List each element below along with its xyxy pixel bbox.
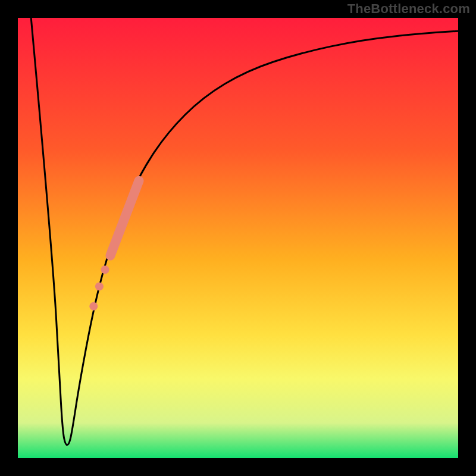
watermark-text: TheBottleneck.com — [347, 1, 470, 17]
gradient-background — [18, 18, 458, 458]
highlight-dot — [101, 265, 109, 274]
plot-area — [18, 18, 458, 458]
highlight-dot — [95, 282, 104, 290]
chart-svg — [18, 18, 458, 458]
highlight-dot — [89, 302, 98, 311]
chart-frame: TheBottleneck.com — [0, 0, 476, 476]
